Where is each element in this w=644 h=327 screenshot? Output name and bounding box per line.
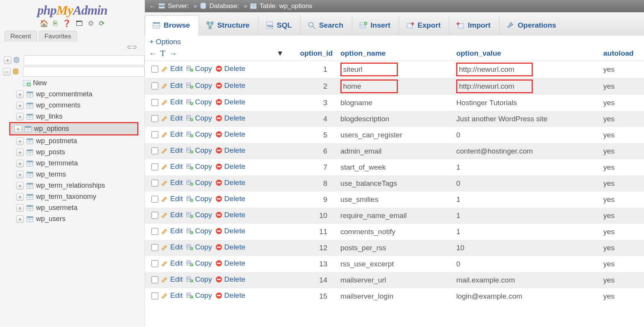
copy-button[interactable]: Copy [186, 195, 212, 203]
col-option-id[interactable]: option_id [288, 46, 337, 61]
tab-sql[interactable]: SQL SQL [258, 16, 301, 35]
copy-button[interactable]: Copy [186, 275, 212, 284]
sql-icon[interactable]: 🗔 [76, 20, 83, 28]
tab-insert[interactable]: Insert [352, 16, 399, 35]
edit-button[interactable]: Edit [161, 211, 183, 219]
delete-button[interactable]: Delete [215, 275, 245, 284]
edit-button[interactable]: Edit [161, 162, 183, 171]
edit-button[interactable]: Edit [161, 195, 183, 203]
tree-item-wp-posts[interactable]: +wp_posts [3, 147, 145, 158]
copy-button[interactable]: Copy [186, 114, 212, 122]
back-button[interactable]: ← [147, 2, 158, 11]
delete-button[interactable]: Delete [215, 195, 245, 203]
tab-structure[interactable]: Structure [199, 16, 258, 35]
tree-expand-icon[interactable]: + [16, 137, 24, 145]
tab-import[interactable]: Import [449, 16, 499, 35]
edit-button[interactable]: Edit [161, 227, 183, 235]
breadcrumb-database[interactable]: Database: [199, 2, 242, 10]
edit-button[interactable]: Edit [161, 178, 183, 187]
tree-expand-icon[interactable]: + [16, 193, 24, 201]
tree-expand-icon[interactable]: + [16, 102, 24, 109]
delete-button[interactable]: Delete [215, 130, 245, 139]
tree-expand-icon[interactable]: + [16, 160, 24, 167]
toggle-sort-icon[interactable]: T [160, 48, 165, 58]
delete-button[interactable]: Delete [215, 227, 245, 235]
copy-button[interactable]: Copy [186, 130, 212, 139]
actions-dropdown-icon[interactable]: ▼ [276, 49, 284, 58]
collapse-indicator[interactable]: ⊂⊃ [0, 42, 145, 52]
tab-export[interactable]: Export [399, 16, 449, 35]
tree-item-wp-options[interactable]: +wp_options [9, 122, 138, 135]
breadcrumb-server[interactable]: Server: [158, 2, 191, 10]
row-checkbox[interactable] [151, 244, 158, 251]
tree-item-wp-term-taxonomy[interactable]: +wp_term_taxonomy [3, 191, 145, 202]
copy-button[interactable]: Copy [186, 64, 212, 73]
row-checkbox[interactable] [151, 180, 158, 187]
sort-left-icon[interactable]: ← [149, 49, 156, 58]
tree-expand-icon[interactable]: + [16, 204, 24, 212]
options-toggle[interactable]: + Options [145, 35, 644, 46]
tree-db-input[interactable] [23, 67, 145, 77]
tree-collapse-icon[interactable]: − [3, 68, 11, 76]
tree-item-wp-users[interactable]: +wp_users [3, 213, 145, 225]
help-icon[interactable]: ❓ [62, 19, 71, 28]
reload-icon[interactable]: ⟳ [99, 19, 105, 28]
row-checkbox[interactable] [151, 276, 158, 283]
row-checkbox[interactable] [151, 147, 158, 154]
sort-right-icon[interactable]: → [169, 49, 177, 58]
copy-button[interactable]: Copy [186, 146, 212, 155]
row-checkbox[interactable] [151, 212, 158, 219]
copy-button[interactable]: Copy [186, 162, 212, 171]
copy-button[interactable]: Copy [186, 178, 212, 187]
edit-button[interactable]: Edit [161, 64, 183, 73]
edit-button[interactable]: Edit [161, 81, 183, 90]
delete-button[interactable]: Delete [215, 211, 245, 219]
tree-expand-icon[interactable]: + [16, 149, 24, 156]
row-checkbox[interactable] [151, 196, 158, 203]
edit-button[interactable]: Edit [161, 243, 183, 251]
edit-button[interactable]: Edit [161, 98, 183, 106]
row-checkbox[interactable] [151, 115, 158, 122]
col-option-name[interactable]: option_name [337, 46, 452, 61]
tree-item-wp-terms[interactable]: +wp_terms [3, 169, 145, 180]
row-checkbox[interactable] [151, 99, 158, 106]
tree-item-wp-comments[interactable]: +wp_comments [3, 100, 145, 111]
row-checkbox[interactable] [151, 131, 158, 138]
tab-recent[interactable]: Recent [5, 31, 37, 42]
delete-button[interactable]: Delete [215, 64, 245, 73]
tree-item-wp-links[interactable]: +wp_links [3, 111, 145, 122]
tree-expand-icon[interactable]: + [16, 215, 24, 223]
row-checkbox[interactable] [151, 164, 158, 170]
edit-button[interactable]: Edit [161, 275, 183, 284]
tree-expand-icon[interactable]: + [4, 56, 12, 64]
copy-button[interactable]: Copy [186, 98, 212, 106]
tree-expand-icon[interactable]: + [14, 125, 22, 133]
copy-button[interactable]: Copy [186, 291, 212, 300]
breadcrumb-table[interactable]: Table: wp_options [250, 2, 312, 10]
tab-favorites[interactable]: Favorites [39, 31, 77, 42]
exit-icon[interactable]: ⎘ [53, 20, 58, 28]
tree-filter-input[interactable] [24, 55, 145, 65]
tree-item-wp-term-relationships[interactable]: +wp_term_relationships [3, 180, 145, 191]
delete-button[interactable]: Delete [215, 81, 245, 90]
edit-button[interactable]: Edit [161, 130, 183, 139]
tree-item-wp-postmeta[interactable]: +wp_postmeta [3, 135, 145, 147]
row-checkbox[interactable] [151, 228, 158, 235]
delete-button[interactable]: Delete [215, 243, 245, 251]
delete-button[interactable]: Delete [215, 259, 245, 268]
edit-button[interactable]: Edit [161, 259, 183, 268]
delete-button[interactable]: Delete [215, 98, 245, 106]
delete-button[interactable]: Delete [215, 162, 245, 171]
tree-expand-icon[interactable]: + [16, 113, 24, 121]
copy-button[interactable]: Copy [186, 211, 212, 219]
edit-button[interactable]: Edit [161, 114, 183, 122]
tree-item-wp-commentmeta[interactable]: +wp_commentmeta [3, 89, 145, 100]
copy-button[interactable]: Copy [186, 227, 212, 235]
tree-item-wp-usermeta[interactable]: +wp_usermeta [3, 202, 145, 213]
copy-button[interactable]: Copy [186, 81, 212, 90]
delete-button[interactable]: Delete [215, 146, 245, 155]
tab-browse[interactable]: Browse [145, 15, 199, 35]
edit-button[interactable]: Edit [161, 146, 183, 155]
row-checkbox[interactable] [151, 260, 158, 267]
tree-expand-icon[interactable]: + [16, 182, 24, 190]
